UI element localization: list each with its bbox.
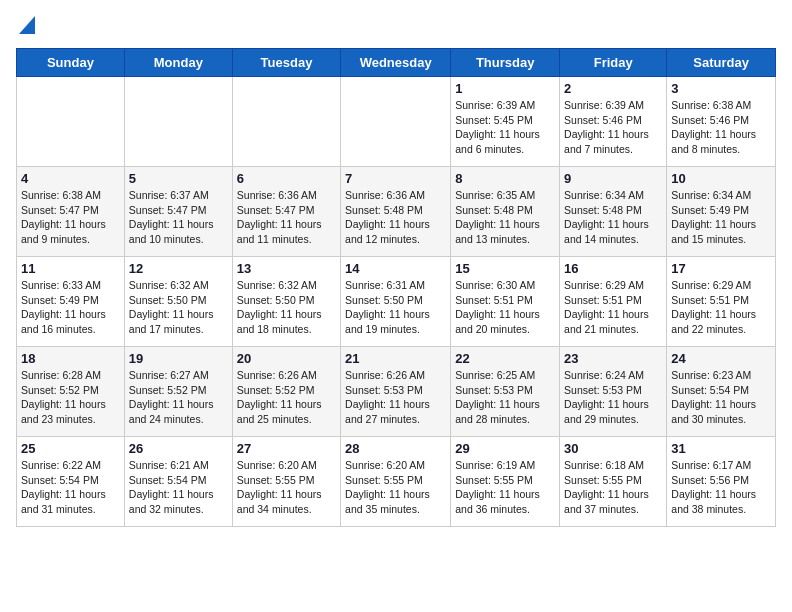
calendar-cell: 1Sunrise: 6:39 AMSunset: 5:45 PMDaylight… bbox=[451, 77, 560, 167]
calendar-header-friday: Friday bbox=[560, 49, 667, 77]
day-info: Sunrise: 6:36 AMSunset: 5:47 PMDaylight:… bbox=[237, 188, 336, 247]
day-number: 19 bbox=[129, 351, 228, 366]
day-info: Sunrise: 6:30 AMSunset: 5:51 PMDaylight:… bbox=[455, 278, 555, 337]
calendar-cell: 23Sunrise: 6:24 AMSunset: 5:53 PMDayligh… bbox=[560, 347, 667, 437]
calendar-header-tuesday: Tuesday bbox=[232, 49, 340, 77]
calendar-week-row: 18Sunrise: 6:28 AMSunset: 5:52 PMDayligh… bbox=[17, 347, 776, 437]
day-number: 7 bbox=[345, 171, 446, 186]
day-number: 11 bbox=[21, 261, 120, 276]
calendar-header-row: SundayMondayTuesdayWednesdayThursdayFrid… bbox=[17, 49, 776, 77]
calendar-cell bbox=[17, 77, 125, 167]
day-number: 13 bbox=[237, 261, 336, 276]
calendar-cell: 14Sunrise: 6:31 AMSunset: 5:50 PMDayligh… bbox=[341, 257, 451, 347]
svg-marker-0 bbox=[19, 16, 35, 34]
calendar-cell: 5Sunrise: 6:37 AMSunset: 5:47 PMDaylight… bbox=[124, 167, 232, 257]
calendar-cell: 18Sunrise: 6:28 AMSunset: 5:52 PMDayligh… bbox=[17, 347, 125, 437]
day-info: Sunrise: 6:33 AMSunset: 5:49 PMDaylight:… bbox=[21, 278, 120, 337]
day-info: Sunrise: 6:19 AMSunset: 5:55 PMDaylight:… bbox=[455, 458, 555, 517]
day-info: Sunrise: 6:34 AMSunset: 5:48 PMDaylight:… bbox=[564, 188, 662, 247]
day-info: Sunrise: 6:34 AMSunset: 5:49 PMDaylight:… bbox=[671, 188, 771, 247]
calendar-cell: 17Sunrise: 6:29 AMSunset: 5:51 PMDayligh… bbox=[667, 257, 776, 347]
calendar-table: SundayMondayTuesdayWednesdayThursdayFrid… bbox=[16, 48, 776, 527]
day-number: 12 bbox=[129, 261, 228, 276]
calendar-header-thursday: Thursday bbox=[451, 49, 560, 77]
calendar-cell: 9Sunrise: 6:34 AMSunset: 5:48 PMDaylight… bbox=[560, 167, 667, 257]
day-number: 21 bbox=[345, 351, 446, 366]
day-info: Sunrise: 6:20 AMSunset: 5:55 PMDaylight:… bbox=[237, 458, 336, 517]
calendar-week-row: 4Sunrise: 6:38 AMSunset: 5:47 PMDaylight… bbox=[17, 167, 776, 257]
calendar-week-row: 25Sunrise: 6:22 AMSunset: 5:54 PMDayligh… bbox=[17, 437, 776, 527]
day-number: 9 bbox=[564, 171, 662, 186]
day-number: 17 bbox=[671, 261, 771, 276]
day-info: Sunrise: 6:21 AMSunset: 5:54 PMDaylight:… bbox=[129, 458, 228, 517]
day-info: Sunrise: 6:26 AMSunset: 5:52 PMDaylight:… bbox=[237, 368, 336, 427]
day-info: Sunrise: 6:28 AMSunset: 5:52 PMDaylight:… bbox=[21, 368, 120, 427]
day-info: Sunrise: 6:24 AMSunset: 5:53 PMDaylight:… bbox=[564, 368, 662, 427]
day-info: Sunrise: 6:37 AMSunset: 5:47 PMDaylight:… bbox=[129, 188, 228, 247]
calendar-cell: 26Sunrise: 6:21 AMSunset: 5:54 PMDayligh… bbox=[124, 437, 232, 527]
calendar-cell: 21Sunrise: 6:26 AMSunset: 5:53 PMDayligh… bbox=[341, 347, 451, 437]
calendar-cell: 7Sunrise: 6:36 AMSunset: 5:48 PMDaylight… bbox=[341, 167, 451, 257]
day-info: Sunrise: 6:20 AMSunset: 5:55 PMDaylight:… bbox=[345, 458, 446, 517]
day-number: 3 bbox=[671, 81, 771, 96]
day-number: 1 bbox=[455, 81, 555, 96]
day-number: 20 bbox=[237, 351, 336, 366]
calendar-cell: 29Sunrise: 6:19 AMSunset: 5:55 PMDayligh… bbox=[451, 437, 560, 527]
day-info: Sunrise: 6:29 AMSunset: 5:51 PMDaylight:… bbox=[671, 278, 771, 337]
calendar-cell: 10Sunrise: 6:34 AMSunset: 5:49 PMDayligh… bbox=[667, 167, 776, 257]
day-info: Sunrise: 6:25 AMSunset: 5:53 PMDaylight:… bbox=[455, 368, 555, 427]
calendar-week-row: 11Sunrise: 6:33 AMSunset: 5:49 PMDayligh… bbox=[17, 257, 776, 347]
day-number: 30 bbox=[564, 441, 662, 456]
day-number: 18 bbox=[21, 351, 120, 366]
calendar-cell: 6Sunrise: 6:36 AMSunset: 5:47 PMDaylight… bbox=[232, 167, 340, 257]
calendar-cell: 25Sunrise: 6:22 AMSunset: 5:54 PMDayligh… bbox=[17, 437, 125, 527]
calendar-cell: 13Sunrise: 6:32 AMSunset: 5:50 PMDayligh… bbox=[232, 257, 340, 347]
page-header bbox=[16, 16, 776, 38]
calendar-header-sunday: Sunday bbox=[17, 49, 125, 77]
logo-icon bbox=[19, 16, 35, 34]
day-info: Sunrise: 6:32 AMSunset: 5:50 PMDaylight:… bbox=[129, 278, 228, 337]
calendar-cell: 8Sunrise: 6:35 AMSunset: 5:48 PMDaylight… bbox=[451, 167, 560, 257]
day-number: 22 bbox=[455, 351, 555, 366]
day-info: Sunrise: 6:38 AMSunset: 5:47 PMDaylight:… bbox=[21, 188, 120, 247]
calendar-cell: 28Sunrise: 6:20 AMSunset: 5:55 PMDayligh… bbox=[341, 437, 451, 527]
day-info: Sunrise: 6:23 AMSunset: 5:54 PMDaylight:… bbox=[671, 368, 771, 427]
calendar-cell bbox=[124, 77, 232, 167]
day-number: 16 bbox=[564, 261, 662, 276]
calendar-cell: 31Sunrise: 6:17 AMSunset: 5:56 PMDayligh… bbox=[667, 437, 776, 527]
day-number: 31 bbox=[671, 441, 771, 456]
day-number: 23 bbox=[564, 351, 662, 366]
calendar-cell: 15Sunrise: 6:30 AMSunset: 5:51 PMDayligh… bbox=[451, 257, 560, 347]
calendar-cell bbox=[232, 77, 340, 167]
calendar-cell: 24Sunrise: 6:23 AMSunset: 5:54 PMDayligh… bbox=[667, 347, 776, 437]
day-info: Sunrise: 6:17 AMSunset: 5:56 PMDaylight:… bbox=[671, 458, 771, 517]
calendar-header-monday: Monday bbox=[124, 49, 232, 77]
calendar-cell: 3Sunrise: 6:38 AMSunset: 5:46 PMDaylight… bbox=[667, 77, 776, 167]
calendar-cell: 20Sunrise: 6:26 AMSunset: 5:52 PMDayligh… bbox=[232, 347, 340, 437]
calendar-cell: 2Sunrise: 6:39 AMSunset: 5:46 PMDaylight… bbox=[560, 77, 667, 167]
day-number: 2 bbox=[564, 81, 662, 96]
day-info: Sunrise: 6:38 AMSunset: 5:46 PMDaylight:… bbox=[671, 98, 771, 157]
calendar-cell: 22Sunrise: 6:25 AMSunset: 5:53 PMDayligh… bbox=[451, 347, 560, 437]
day-info: Sunrise: 6:36 AMSunset: 5:48 PMDaylight:… bbox=[345, 188, 446, 247]
day-info: Sunrise: 6:26 AMSunset: 5:53 PMDaylight:… bbox=[345, 368, 446, 427]
day-info: Sunrise: 6:22 AMSunset: 5:54 PMDaylight:… bbox=[21, 458, 120, 517]
day-info: Sunrise: 6:31 AMSunset: 5:50 PMDaylight:… bbox=[345, 278, 446, 337]
day-number: 8 bbox=[455, 171, 555, 186]
day-number: 5 bbox=[129, 171, 228, 186]
day-info: Sunrise: 6:32 AMSunset: 5:50 PMDaylight:… bbox=[237, 278, 336, 337]
logo bbox=[16, 16, 35, 38]
day-number: 10 bbox=[671, 171, 771, 186]
calendar-cell: 12Sunrise: 6:32 AMSunset: 5:50 PMDayligh… bbox=[124, 257, 232, 347]
calendar-cell: 19Sunrise: 6:27 AMSunset: 5:52 PMDayligh… bbox=[124, 347, 232, 437]
day-number: 6 bbox=[237, 171, 336, 186]
calendar-cell: 30Sunrise: 6:18 AMSunset: 5:55 PMDayligh… bbox=[560, 437, 667, 527]
day-info: Sunrise: 6:27 AMSunset: 5:52 PMDaylight:… bbox=[129, 368, 228, 427]
day-number: 25 bbox=[21, 441, 120, 456]
day-info: Sunrise: 6:29 AMSunset: 5:51 PMDaylight:… bbox=[564, 278, 662, 337]
day-number: 4 bbox=[21, 171, 120, 186]
day-number: 27 bbox=[237, 441, 336, 456]
day-info: Sunrise: 6:18 AMSunset: 5:55 PMDaylight:… bbox=[564, 458, 662, 517]
day-number: 29 bbox=[455, 441, 555, 456]
calendar-cell bbox=[341, 77, 451, 167]
